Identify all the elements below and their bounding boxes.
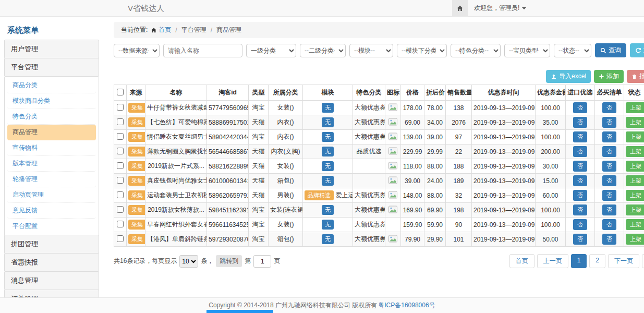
sidebar-item[interactable]: 模块商品分类 (7, 93, 96, 109)
import-toggle-button[interactable]: 否 (573, 131, 587, 142)
sidebar-section-header[interactable]: 省惠快报 (4, 253, 99, 272)
reset-button[interactable]: 重置 (630, 43, 644, 57)
import-toggle-button[interactable]: 否 (573, 190, 587, 201)
import-toggle-button[interactable]: 否 (573, 117, 587, 128)
add-button[interactable]: 添加 (594, 70, 624, 83)
page-button-首页[interactable]: 首页 (509, 254, 534, 268)
row-checkbox[interactable] (117, 221, 124, 227)
status-button[interactable]: 上架 (626, 190, 644, 201)
must-buy-toggle-button[interactable]: 否 (602, 219, 616, 230)
trash-icon (631, 74, 637, 80)
import-toggle-button[interactable]: 否 (573, 219, 587, 230)
import-toggle-button[interactable]: 否 (573, 146, 587, 157)
row-checkbox[interactable] (117, 148, 124, 154)
column-header-4: 类型 (249, 85, 269, 101)
row-checkbox[interactable] (117, 206, 124, 213)
status-button[interactable]: 上架 (626, 117, 644, 128)
category-cell: 内衣(文胸) (269, 145, 303, 159)
page-button-下一页[interactable]: 下一页 (608, 254, 639, 268)
import-toggle-button[interactable]: 否 (573, 175, 587, 186)
per-page-select[interactable]: 10 (179, 255, 198, 268)
sidebar-section-header[interactable]: 平台管理 (4, 58, 99, 77)
sidebar-item-active[interactable]: 商品管理 (7, 125, 96, 140)
price-cell: 69.00 (401, 115, 424, 130)
source-badge: 采集 (128, 176, 145, 185)
jump-page-input[interactable] (253, 255, 271, 268)
item-type-select[interactable]: --宝贝类型-- (504, 44, 550, 57)
price-cell: 118.00 (401, 159, 424, 174)
table-row: 采集薄款无钢圈文胸聚拢性...565446685867天猫内衣(文胸)无品质优选… (114, 145, 644, 159)
sidebar-item[interactable]: 特色分类 (7, 109, 96, 125)
must-buy-toggle-button[interactable]: 否 (602, 102, 616, 113)
page-button-末页[interactable]: 末页 (642, 254, 644, 268)
status-button[interactable]: 上架 (626, 219, 644, 230)
module-badge: 无 (322, 176, 334, 185)
import-toggle-button[interactable]: 否 (573, 161, 587, 172)
source-cell: 采集 (127, 130, 145, 145)
must-buy-toggle-button[interactable]: 否 (602, 131, 616, 142)
icp-link[interactable]: 粤ICP备16098006号 (378, 301, 435, 310)
coupon-time-cell: 2019-09-13—2019-09-17 (472, 145, 536, 159)
row-checkbox[interactable] (117, 162, 124, 169)
must-buy-toggle-button[interactable]: 否 (602, 117, 616, 128)
must-buy-toggle-button[interactable]: 否 (602, 161, 616, 172)
status-button[interactable]: 上架 (626, 175, 644, 186)
must-buy-toggle-button[interactable]: 否 (602, 175, 616, 186)
sidebar-section-header[interactable]: 消息管理 (4, 271, 99, 290)
taoke-id-cell: 588216228899 (207, 159, 249, 174)
feature-select[interactable]: --特色分类-- (451, 44, 501, 57)
row-checkbox[interactable] (117, 235, 124, 242)
status-button[interactable]: 上架 (626, 146, 644, 157)
jump-button[interactable]: 跳转到 (216, 255, 242, 267)
import-toggle-button[interactable]: 否 (573, 234, 587, 245)
must-buy-toggle-button[interactable]: 否 (602, 234, 616, 245)
row-select-cell (114, 130, 127, 145)
sidebar-item[interactable]: 平台配置 (7, 219, 96, 234)
category1-select[interactable]: 一级分类 (246, 44, 296, 57)
import-excel-button[interactable]: 导入excel (546, 70, 591, 83)
row-checkbox[interactable] (117, 191, 124, 198)
source-cell: 采集 (127, 145, 145, 159)
select-all-checkbox[interactable] (117, 89, 124, 95)
category2-select[interactable]: --二级分类-- (300, 44, 346, 57)
sidebar-section-header[interactable]: 用户管理 (4, 40, 99, 58)
data-source-select[interactable]: --数据来源-- (114, 44, 160, 57)
module-sub-select[interactable]: --模块下分类-- (397, 44, 447, 57)
import-toggle-button[interactable]: 否 (573, 102, 587, 113)
search-button[interactable]: 查询 (595, 43, 626, 57)
must-buy-toggle-button[interactable]: 否 (602, 190, 616, 201)
status-button[interactable]: 上架 (626, 102, 644, 113)
status-button[interactable]: 上架 (626, 204, 644, 215)
status-select[interactable]: --状态-- (554, 44, 591, 57)
sidebar-item[interactable]: 商品分类 (7, 78, 96, 93)
status-button[interactable]: 上架 (626, 131, 644, 142)
sidebar-item[interactable]: 版本管理 (7, 156, 96, 172)
breadcrumb-home-link[interactable]: 首页 (151, 26, 171, 34)
row-checkbox[interactable] (117, 104, 124, 111)
breadcrumb-item: 商品管理 (216, 26, 241, 34)
sidebar-item[interactable]: 宣传物料 (7, 140, 96, 156)
user-menu[interactable]: 欢迎您，管理员! (468, 0, 532, 16)
page-button-上一页[interactable]: 上一页 (537, 254, 568, 268)
home-button[interactable] (452, 0, 468, 16)
icon-cell (385, 203, 401, 218)
sidebar-item[interactable]: 轮播管理 (7, 172, 96, 187)
sidebar-section-header[interactable]: 拼团管理 (4, 235, 99, 254)
row-checkbox[interactable] (117, 133, 124, 140)
row-checkbox[interactable] (117, 177, 124, 184)
page-button-1[interactable]: 1 (571, 254, 587, 268)
import-toggle-button[interactable]: 否 (573, 204, 587, 215)
status-button[interactable]: 上架 (626, 161, 644, 172)
row-checkbox[interactable] (117, 118, 124, 125)
batch-delete-button[interactable]: 批量删除 (627, 70, 644, 83)
module-select[interactable]: --模块-- (349, 44, 393, 57)
row-select-cell (114, 145, 127, 159)
page-button-2[interactable]: 2 (589, 254, 605, 268)
status-button[interactable]: 上架 (626, 234, 644, 245)
sidebar-item[interactable]: 启动页管理 (7, 187, 96, 203)
sidebar-item[interactable]: 意见反馈 (7, 203, 96, 219)
must-buy-toggle-button[interactable]: 否 (602, 204, 616, 215)
type-cell: 淘宝 (249, 218, 269, 232)
must-buy-toggle-button[interactable]: 否 (602, 146, 616, 157)
name-input[interactable] (163, 44, 242, 57)
